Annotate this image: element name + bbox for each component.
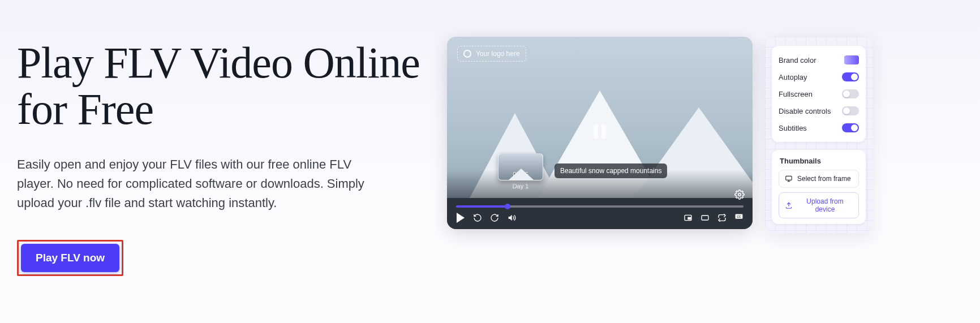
volume-icon[interactable] (507, 213, 516, 222)
loop-icon[interactable] (717, 213, 727, 222)
settings-card: Brand colorAutoplayFullscreenDisable con… (772, 46, 866, 142)
svg-rect-6 (786, 176, 792, 180)
seek-thumbnail-image: 02:46 (498, 153, 543, 180)
select-from-frame-label: Select from frame (797, 175, 851, 183)
toggle-disable-controls[interactable] (842, 106, 859, 115)
setting-row-autoplay: Autoplay (779, 68, 859, 85)
play-flv-now-button[interactable]: Play FLV now (21, 244, 119, 272)
setting-row-subtitles: Subtitles (779, 119, 859, 136)
player-controls: CC (447, 201, 753, 229)
setting-row-disable-controls: Disable controls (779, 102, 859, 119)
logo-placeholder[interactable]: Your logo here (457, 46, 526, 62)
page-subtitle: Easily open and enjoy your FLV files wit… (17, 155, 379, 213)
theater-icon[interactable] (700, 213, 710, 222)
video-caption-tooltip: Beautiful snow capped mountains (555, 163, 667, 178)
upload-from-device-button[interactable]: Upload from device (779, 192, 859, 218)
rewind-icon[interactable] (473, 213, 482, 222)
settings-panel: Brand colorAutoplayFullscreenDisable con… (765, 37, 872, 233)
monitor-icon (785, 175, 793, 183)
page-title: Play FLV Video Online for Free (17, 40, 424, 132)
logo-circle-icon (463, 50, 471, 58)
svg-rect-2 (688, 217, 691, 219)
settings-gear-icon[interactable] (734, 190, 745, 202)
pause-icon[interactable] (594, 124, 606, 139)
cta-highlight-box: Play FLV now (17, 240, 123, 276)
upload-icon (785, 201, 793, 209)
toggle-fullscreen[interactable] (842, 89, 859, 98)
hero-section: Play FLV Video Online for Free Easily op… (17, 34, 424, 300)
setting-label: Fullscreen (779, 90, 813, 98)
preview-section: Your logo here 02:46 Day 1 Beautiful sno… (447, 34, 963, 300)
video-player[interactable]: Your logo here 02:46 Day 1 Beautiful sno… (447, 37, 753, 229)
svg-rect-3 (702, 216, 708, 220)
pip-icon[interactable] (684, 213, 693, 222)
setting-label: Subtitles (779, 124, 807, 132)
seek-thumbnail-day: Day 1 (498, 183, 543, 190)
toggle-autoplay[interactable] (842, 72, 859, 81)
setting-label: Autoplay (779, 73, 807, 81)
seek-bar[interactable] (456, 205, 743, 208)
svg-point-0 (738, 193, 741, 196)
svg-text:CC: CC (737, 215, 741, 218)
seek-thumbnail-time: 02:46 (498, 171, 543, 178)
seek-thumbnail: 02:46 Day 1 (498, 153, 543, 190)
play-icon[interactable] (456, 213, 465, 222)
toggle-subtitles[interactable] (842, 123, 859, 132)
thumbnails-heading: Thumbnails (780, 157, 859, 165)
forward-icon[interactable] (490, 213, 499, 222)
brand-color-swatch[interactable] (844, 55, 859, 64)
setting-label: Disable controls (779, 107, 831, 115)
cc-icon[interactable]: CC (734, 213, 743, 222)
setting-row-brand-color: Brand color (779, 51, 859, 68)
setting-row-fullscreen: Fullscreen (779, 85, 859, 102)
logo-placeholder-label: Your logo here (476, 50, 520, 58)
upload-from-device-label: Upload from device (797, 197, 853, 213)
thumbnails-card: Thumbnails Select from frame Upload from… (772, 150, 866, 224)
select-from-frame-button[interactable]: Select from frame (779, 170, 859, 188)
setting-label: Brand color (779, 56, 816, 64)
